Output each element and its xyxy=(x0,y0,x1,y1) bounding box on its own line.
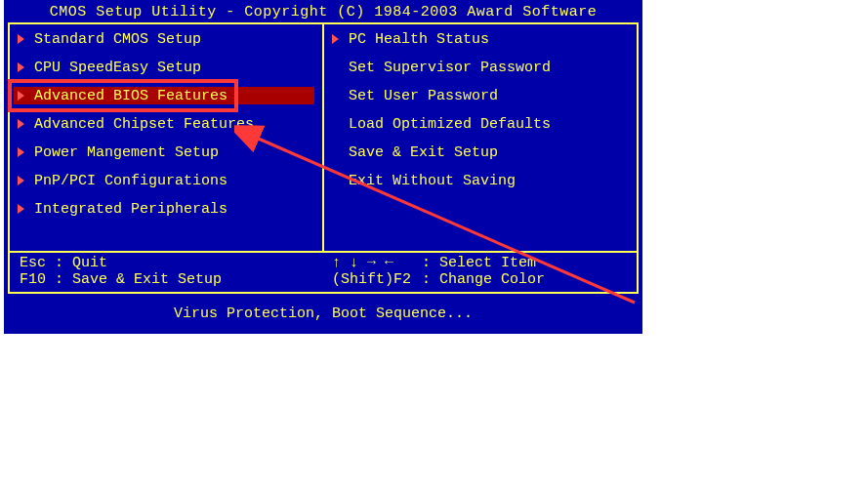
menu-item-label: Standard CMOS Setup xyxy=(34,31,201,48)
menu-pnp-pci-configurations[interactable]: PnP/PCI Configurations xyxy=(18,172,314,189)
menu-pc-health-status[interactable]: PC Health Status xyxy=(332,30,629,48)
menu-standard-cmos-setup[interactable]: Standard CMOS Setup xyxy=(18,30,314,48)
submenu-triangle-icon xyxy=(18,62,24,72)
help-bar: Esc : Quit ↑ ↓ → ← : Select Item F10 : S… xyxy=(8,253,639,294)
menu-advanced-chipset-features[interactable]: Advanced Chipset Features xyxy=(18,115,314,133)
help-change-color: : Change Color xyxy=(422,271,627,288)
submenu-triangle-icon xyxy=(18,204,24,214)
help-select-item: : Select Item xyxy=(422,255,627,271)
help-esc-quit: Esc : Quit xyxy=(20,255,332,271)
menu-item-label: Power Mangement Setup xyxy=(34,144,219,161)
help-arrows: ↑ ↓ → ← xyxy=(332,255,422,271)
menu-item-label: Set Supervisor Password xyxy=(349,60,551,76)
menu-column-right: PC Health Status Set Supervisor Password… xyxy=(324,24,637,251)
title-bar: CMOS Setup Utility - Copyright (C) 1984-… xyxy=(4,0,642,22)
menu-power-management-setup[interactable]: Power Mangement Setup xyxy=(18,143,314,161)
status-line: Virus Protection, Boot Sequence... xyxy=(4,294,642,328)
bios-window: CMOS Setup Utility - Copyright (C) 1984-… xyxy=(4,0,642,334)
menu-exit-without-saving[interactable]: Exit Without Saving xyxy=(332,172,629,189)
menu-item-label: Save & Exit Setup xyxy=(349,144,498,161)
menu-item-label: CPU SpeedEasy Setup xyxy=(34,60,201,76)
menu-item-label: PnP/PCI Configurations xyxy=(34,173,227,189)
menu-item-label: Integrated Peripherals xyxy=(34,201,227,218)
menu-integrated-peripherals[interactable]: Integrated Peripherals xyxy=(18,200,314,218)
menu-advanced-bios-features[interactable]: Advanced BIOS Features xyxy=(14,87,314,104)
menu-load-optimized-defaults[interactable]: Load Optimized Defaults xyxy=(332,115,629,133)
menu-item-label: Advanced BIOS Features xyxy=(34,88,227,104)
help-f10-save-exit: F10 : Save & Exit Setup xyxy=(20,271,332,288)
menu-item-label: Set User Password xyxy=(349,88,498,104)
submenu-triangle-icon xyxy=(18,176,24,185)
menu-set-supervisor-password[interactable]: Set Supervisor Password xyxy=(332,59,629,76)
menu-column-left: Standard CMOS Setup CPU SpeedEasy Setup … xyxy=(10,24,324,251)
menu-cpu-speedeasy-setup[interactable]: CPU SpeedEasy Setup xyxy=(18,59,314,76)
menu-save-exit-setup[interactable]: Save & Exit Setup xyxy=(332,143,629,161)
menu-item-label: Exit Without Saving xyxy=(349,173,516,189)
help-shift-f2: (Shift)F2 xyxy=(332,271,422,288)
submenu-triangle-icon xyxy=(18,91,24,101)
menu-item-label: Advanced Chipset Features xyxy=(34,116,254,133)
menu-item-label: Load Optimized Defaults xyxy=(349,116,551,133)
main-menu-frame: Standard CMOS Setup CPU SpeedEasy Setup … xyxy=(8,22,639,253)
submenu-triangle-icon xyxy=(332,34,339,44)
submenu-triangle-icon xyxy=(18,119,24,129)
menu-item-label: PC Health Status xyxy=(349,31,489,48)
submenu-triangle-icon xyxy=(18,147,24,157)
menu-set-user-password[interactable]: Set User Password xyxy=(332,87,629,104)
submenu-triangle-icon xyxy=(18,34,24,44)
